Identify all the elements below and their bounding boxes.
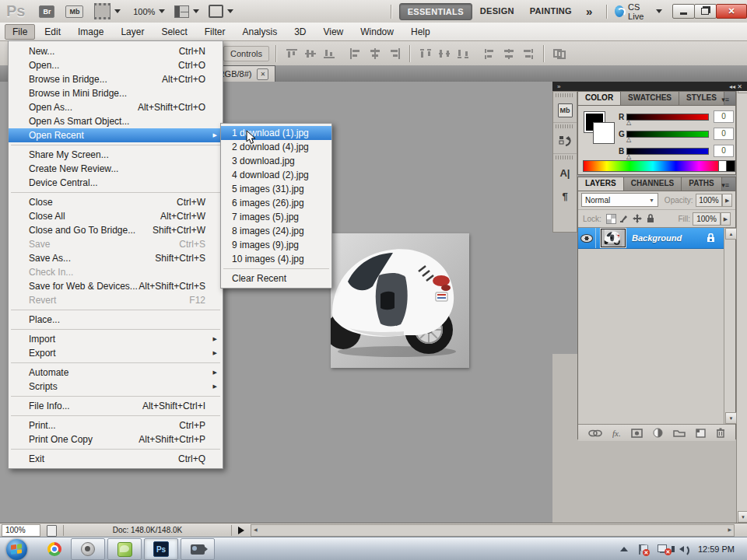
- dist-top-icon[interactable]: [419, 48, 433, 59]
- arrange-documents-icon[interactable]: [174, 5, 188, 18]
- menu-item[interactable]: Share My Screen...: [9, 148, 223, 162]
- submenu-item[interactable]: 1 download (1).jpg: [221, 126, 331, 140]
- channel-slider[interactable]: [626, 114, 709, 121]
- submenu-item[interactable]: 10 images (4).jpg: [221, 252, 331, 266]
- menu-item[interactable]: Automate: [9, 366, 223, 380]
- fill-value-field[interactable]: 100%: [693, 212, 721, 226]
- scroll-down-icon[interactable]: ▼: [738, 511, 747, 523]
- menu-item[interactable]: File Info... Alt+Shift+Ctrl+I: [9, 399, 223, 413]
- launch-bridge-button[interactable]: Br: [39, 5, 54, 18]
- menubar-item[interactable]: 3D: [286, 24, 314, 40]
- scroll-down-icon[interactable]: ▼: [725, 412, 737, 424]
- chevron-down-icon[interactable]: [114, 9, 121, 13]
- slider-marker-icon[interactable]: △: [626, 153, 631, 160]
- drag-grip[interactable]: [556, 156, 574, 159]
- screen-mode-icon[interactable]: [209, 5, 223, 18]
- layer-visibility-toggle[interactable]: [578, 228, 596, 248]
- close-button[interactable]: ✕: [716, 4, 747, 19]
- layer-row-background[interactable]: Background: [578, 228, 735, 249]
- lock-position-icon[interactable]: [633, 214, 643, 224]
- panel-menu-icon[interactable]: ▾≡: [717, 180, 734, 191]
- menu-item[interactable]: New... Ctrl+N: [9, 44, 223, 58]
- panel-tab[interactable]: SWATCHES: [621, 92, 679, 105]
- chevron-down-icon[interactable]: [227, 9, 233, 13]
- group-icon[interactable]: [673, 429, 686, 437]
- menu-item[interactable]: Device Central...: [9, 176, 223, 190]
- panel-tab[interactable]: COLOR: [578, 92, 621, 105]
- action-center-flag-icon[interactable]: ✕: [639, 544, 647, 555]
- hidden-icons-arrow[interactable]: [620, 547, 628, 551]
- submenu-item[interactable]: 6 images (26).jpg: [221, 196, 331, 210]
- align-right-icon[interactable]: [387, 48, 401, 59]
- menubar-item[interactable]: Select: [153, 24, 195, 40]
- filmstrip-icon[interactable]: [94, 3, 110, 19]
- align-left-icon[interactable]: [349, 48, 363, 59]
- channel-slider[interactable]: [626, 131, 709, 138]
- lock-transparency-icon[interactable]: [606, 214, 616, 224]
- restore-button[interactable]: [694, 4, 717, 19]
- status-options-icon[interactable]: [238, 527, 244, 534]
- spectrum-black-swatch[interactable]: [726, 160, 735, 172]
- speaker-icon[interactable]: [679, 546, 684, 552]
- menu-item[interactable]: Scripts: [9, 380, 223, 394]
- chevron-down-icon[interactable]: [193, 9, 199, 13]
- mini-bridge-panel-button[interactable]: Mb: [553, 99, 577, 123]
- webcam-taskbar-item[interactable]: [71, 538, 105, 560]
- align-bottom-icon[interactable]: [322, 48, 336, 59]
- submenu-item[interactable]: 9 images (9).jpg: [221, 238, 331, 252]
- menu-item[interactable]: Create New Review...: [9, 162, 223, 176]
- network-error-icon[interactable]: ✕: [658, 544, 668, 554]
- menu-item[interactable]: Exit Ctrl+Q: [9, 452, 223, 466]
- menubar-item[interactable]: Layer: [113, 24, 152, 40]
- menu-item[interactable]: Check In...: [9, 265, 223, 279]
- cs-live-button[interactable]: CS Live: [615, 2, 662, 21]
- close-dock-icon[interactable]: ✕: [737, 83, 742, 90]
- channel-value-field[interactable]: 0: [714, 128, 734, 140]
- adjustment-layer-icon[interactable]: [653, 428, 663, 438]
- menu-item[interactable]: Print One Copy Alt+Shift+Ctrl+P: [9, 432, 223, 446]
- menu-item[interactable]: Browse in Bridge... Alt+Ctrl+O: [9, 72, 223, 86]
- menu-item[interactable]: Close Ctrl+W: [9, 195, 223, 209]
- dist-vcenter-icon[interactable]: [437, 48, 451, 59]
- background-color-swatch[interactable]: [594, 123, 614, 143]
- auto-align-icon[interactable]: [552, 48, 566, 59]
- menu-item[interactable]: Print... Ctrl+P: [9, 418, 223, 432]
- workspace-overflow-button[interactable]: »: [586, 5, 592, 18]
- menu-item[interactable]: Save for Web & Devices... Alt+Shift+Ctrl…: [9, 279, 223, 293]
- document-image[interactable]: [331, 233, 469, 368]
- dist-bottom-icon[interactable]: [456, 48, 470, 59]
- panel-tab[interactable]: LAYERS: [578, 177, 624, 191]
- submenu-item[interactable]: 8 images (24).jpg: [221, 224, 331, 238]
- new-layer-icon[interactable]: [696, 429, 706, 438]
- link-layers-icon[interactable]: [588, 429, 602, 437]
- menu-item[interactable]: Revert F12: [9, 293, 223, 307]
- layer-name[interactable]: Background: [632, 233, 707, 243]
- menubar-item[interactable]: Analysis: [234, 24, 285, 40]
- menubar-item[interactable]: Image: [70, 24, 111, 40]
- color-spectrum-ramp[interactable]: [583, 160, 723, 172]
- paragraph-panel-button[interactable]: ¶: [553, 184, 577, 208]
- menu-item[interactable]: Open Recent: [9, 128, 223, 142]
- menu-item[interactable]: Place...: [9, 313, 223, 327]
- minimize-button[interactable]: [672, 4, 695, 19]
- layer-style-icon[interactable]: fx.: [612, 429, 621, 438]
- menubar-item[interactable]: Window: [352, 24, 402, 40]
- dist-left-icon[interactable]: [483, 48, 497, 59]
- layer-mask-icon[interactable]: [631, 429, 643, 438]
- photoshop-taskbar-item[interactable]: Ps: [144, 538, 178, 560]
- trash-icon[interactable]: [716, 428, 725, 438]
- panel-menu-icon[interactable]: ▾≡: [717, 94, 734, 105]
- canvas-horizontal-scrollbar[interactable]: ◀ ▶: [251, 524, 735, 537]
- submenu-item[interactable]: 3 download.jpg: [221, 154, 331, 168]
- start-button[interactable]: [6, 539, 27, 560]
- align-top-icon[interactable]: [285, 48, 299, 59]
- slider-marker-icon[interactable]: △: [626, 119, 631, 126]
- panel-tab[interactable]: PATHS: [682, 177, 721, 191]
- scroll-right-icon[interactable]: ▶: [728, 526, 731, 534]
- chrome-taskbar-item[interactable]: [38, 542, 71, 556]
- channel-value-field[interactable]: 0: [714, 145, 734, 157]
- character-panel-button[interactable]: A|: [553, 161, 577, 184]
- chevron-down-icon[interactable]: [159, 9, 165, 13]
- opacity-value-field[interactable]: 100%: [696, 194, 723, 207]
- history-panel-button[interactable]: [553, 130, 577, 154]
